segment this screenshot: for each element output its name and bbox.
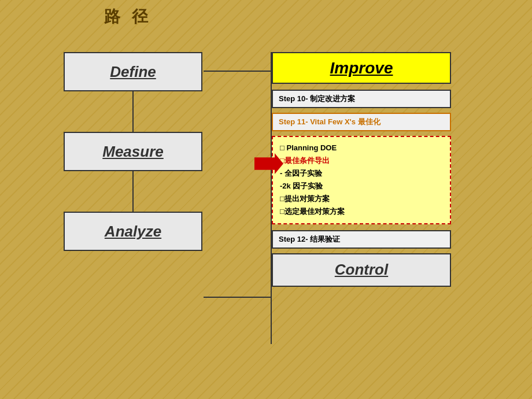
connector-v-1: [132, 91, 134, 132]
dmaic-left-column: Define Measure Analyze: [64, 52, 202, 251]
step12-box: Step 12- 结果验证: [272, 230, 451, 249]
content-item-5: □提出对策方案: [280, 193, 443, 205]
content-item-4: -2k 因子实验: [280, 180, 443, 193]
step11-box: Step 11- Vital Few X's 最佳化: [272, 113, 451, 131]
content-item-3: - 全因子实验: [280, 167, 443, 180]
define-box: Define: [64, 52, 202, 91]
measure-box: Measure: [64, 132, 202, 171]
h-connector-analyze: [204, 297, 272, 298]
connector-v-2: [132, 171, 134, 212]
content-item-1: □ Planning DOE: [280, 142, 443, 154]
improve-box: Improve: [272, 52, 451, 84]
right-column: Improve Step 10- 制定改进方案 Step 11- Vital F…: [272, 52, 451, 287]
content-item-6: □选定最佳对策方案: [280, 205, 443, 218]
control-box: Control: [272, 253, 451, 287]
h-connector-define: [204, 71, 272, 72]
content-item-2: □最佳条件导出: [280, 154, 443, 167]
doe-content-box: □ Planning DOE □最佳条件导出 - 全因子实验 -2k 因子实验 …: [272, 136, 451, 224]
step10-box: Step 10- 制定改进方案: [272, 90, 451, 108]
analyze-box: Analyze: [64, 212, 202, 251]
page-title: 路 径: [104, 6, 152, 28]
